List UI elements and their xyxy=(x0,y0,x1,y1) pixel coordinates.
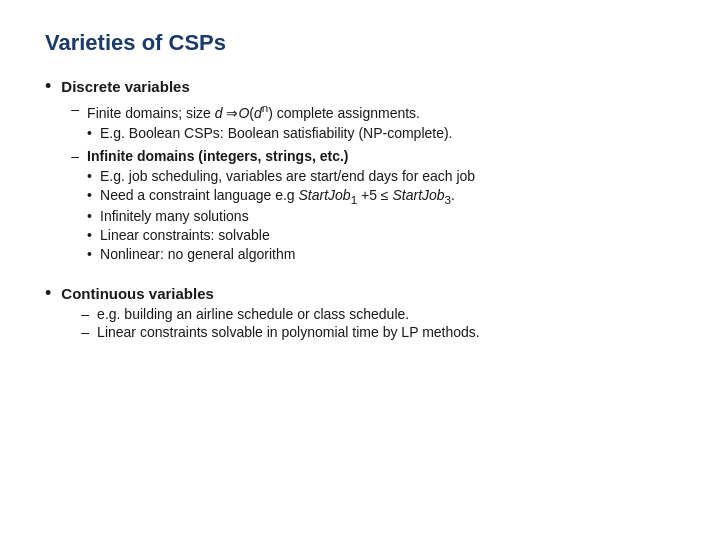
small-bullet-icon: • xyxy=(87,125,92,141)
bullet-icon: • xyxy=(45,76,51,97)
list-item: • E.g. job scheduling, variables are sta… xyxy=(87,168,675,184)
list-item-continuous: • Continuous variables – e.g. building a… xyxy=(45,285,675,342)
list-item: • Linear constraints: solvable xyxy=(87,227,675,243)
page-title: Varieties of CSPs xyxy=(45,30,675,56)
infinite-bullet-4: Linear constraints: solvable xyxy=(100,227,270,243)
infinite-bullet-2: Need a constraint language e.g StartJob1… xyxy=(100,187,455,206)
finite-item: – Finite domains; size d ⇒O(dn) complete… xyxy=(61,101,675,144)
list-item: • E.g. Boolean CSPs: Boolean satisfiabil… xyxy=(87,125,675,141)
infinite-item: – Infinite domains (integers, strings, e… xyxy=(61,148,675,266)
infinite-bullet-5: Nonlinear: no general algorithm xyxy=(100,246,295,262)
list-item: • Infinitely many solutions xyxy=(87,208,675,224)
infinite-bullet-3: Infinitely many solutions xyxy=(100,208,249,224)
finite-bullet-1: E.g. Boolean CSPs: Boolean satisfiabilit… xyxy=(100,125,453,141)
infinite-label-text: Infinite domains (integers, strings, etc… xyxy=(87,148,348,164)
infinite-bullet-1: E.g. job scheduling, variables are start… xyxy=(100,168,475,184)
small-bullet-icon-5: • xyxy=(87,227,92,243)
finite-content: Finite domains; size d ⇒O(dn) complete a… xyxy=(87,101,675,144)
continuous-text-2: Linear constraints solvable in polynomia… xyxy=(97,324,480,340)
continuous-text-1: e.g. building an airline schedule or cla… xyxy=(97,306,409,322)
discrete-label: Discrete variables xyxy=(61,78,189,95)
main-list: • Discrete variables – Finite domains; s… xyxy=(45,78,675,342)
finite-text: Finite domains; size d ⇒O(dn) complete a… xyxy=(87,101,420,121)
small-bullet-icon-4: • xyxy=(87,208,92,224)
list-item-discrete: • Discrete variables – Finite domains; s… xyxy=(45,78,675,269)
finite-bullets: • E.g. Boolean CSPs: Boolean satisfiabil… xyxy=(87,125,675,141)
small-bullet-icon-2: • xyxy=(87,168,92,184)
list-item: • Need a constraint language e.g StartJo… xyxy=(87,187,675,206)
bullet-icon-2: • xyxy=(45,283,51,304)
list-item: • Nonlinear: no general algorithm xyxy=(87,246,675,262)
infinite-label: Infinite domains (integers, strings, etc… xyxy=(87,148,348,164)
continuous-content: Continuous variables – e.g. building an … xyxy=(61,285,675,342)
small-bullet-icon-3: • xyxy=(87,187,92,203)
infinite-content: Infinite domains (integers, strings, etc… xyxy=(87,148,675,266)
small-bullet-icon-6: • xyxy=(87,246,92,262)
dash-icon-3: – xyxy=(81,306,89,322)
discrete-sub-list: – Finite domains; size d ⇒O(dn) complete… xyxy=(61,101,675,265)
continuous-item-1: – e.g. building an airline schedule or c… xyxy=(71,306,675,322)
continuous-label: Continuous variables xyxy=(61,285,214,302)
discrete-content: Discrete variables – Finite domains; siz… xyxy=(61,78,675,269)
dash-icon: – xyxy=(71,101,79,117)
finite-line: Finite domains; size d ⇒O(dn) complete a… xyxy=(87,101,675,121)
continuous-sub-list: – e.g. building an airline schedule or c… xyxy=(61,306,675,340)
infinite-bullets: • E.g. job scheduling, variables are sta… xyxy=(87,168,675,263)
dash-icon-2: – xyxy=(71,148,79,164)
dash-icon-4: – xyxy=(81,324,89,340)
slide: Varieties of CSPs • Discrete variables –… xyxy=(0,0,720,540)
continuous-item-2: – Linear constraints solvable in polynom… xyxy=(71,324,675,340)
